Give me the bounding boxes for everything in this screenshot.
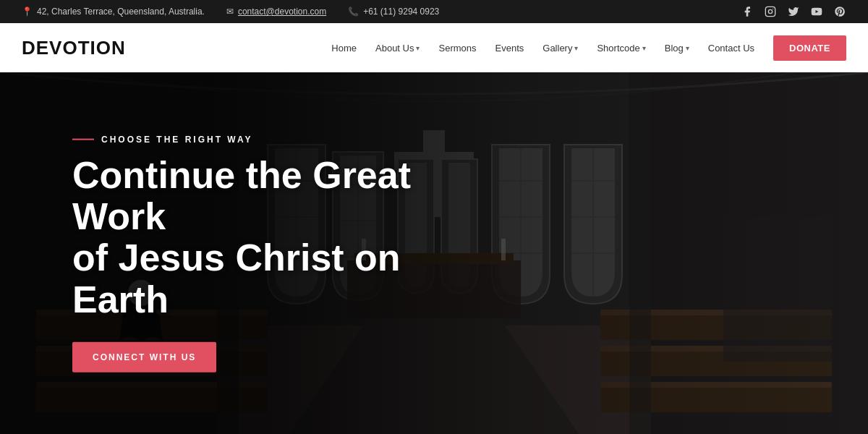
nav-gallery[interactable]: Gallery ▾ [535,37,585,59]
nav-home[interactable]: Home [324,37,364,59]
phone-item: 📞 +61 (11) 9294 0923 [348,7,439,17]
nav-shortcode[interactable]: Shortcode ▾ [590,37,652,59]
phone-icon: 📞 [348,7,359,17]
nav-events[interactable]: Events [488,37,532,59]
facebook-icon[interactable] [741,5,754,18]
email-link[interactable]: contact@devotion.com [238,7,326,17]
instagram-icon[interactable] [764,5,777,18]
address-text: 42, Charles Terrace, Queensland, Austral… [37,7,205,17]
email-item[interactable]: ✉ contact@devotion.com [226,7,326,17]
twitter-icon[interactable] [787,5,800,18]
hero-section: CHOOSE THE RIGHT WAY Continue the Great … [0,72,868,434]
svg-rect-0 [765,7,775,16]
connect-with-us-button[interactable]: CONNECT WITH US [72,341,216,372]
shortcode-dropdown-arrow: ▾ [642,44,646,52]
hero-title: Continue the Great Work of Jesus Christ … [72,155,506,320]
blog-dropdown-arrow: ▾ [686,44,689,52]
phone-text: +61 (11) 9294 0923 [363,7,439,17]
social-links [741,5,846,18]
nav-sermons[interactable]: Sermons [431,37,483,59]
location-icon: 📍 [22,7,33,17]
hero-subtitle: CHOOSE THE RIGHT WAY [72,135,506,145]
gallery-dropdown-arrow: ▾ [574,44,578,52]
pinterest-icon[interactable] [833,5,846,18]
nav-blog[interactable]: Blog ▾ [658,37,697,59]
hero-title-line1: Continue the Great Work [72,154,411,237]
hero-content: CHOOSE THE RIGHT WAY Continue the Great … [72,135,506,373]
email-icon: ✉ [226,7,234,17]
nav-about[interactable]: About Us ▾ [368,37,427,59]
nav-links: Home About Us ▾ Sermons Events Gallery ▾… [324,35,846,61]
navbar: DEVOTION Home About Us ▾ Sermons Events … [0,23,868,72]
donate-button[interactable]: DONATE [773,35,846,61]
address-item: 📍 42, Charles Terrace, Queensland, Austr… [22,7,205,17]
youtube-icon[interactable] [810,5,823,18]
hero-title-line2: of Jesus Christ on Earth [72,237,401,320]
svg-point-2 [773,9,773,9]
svg-point-1 [768,9,772,13]
nav-contact[interactable]: Contact Us [701,37,762,59]
top-bar: 📍 42, Charles Terrace, Queensland, Austr… [0,0,868,23]
top-bar-left: 📍 42, Charles Terrace, Queensland, Austr… [22,7,439,17]
about-dropdown-arrow: ▾ [416,44,420,52]
logo[interactable]: DEVOTION [22,37,126,59]
